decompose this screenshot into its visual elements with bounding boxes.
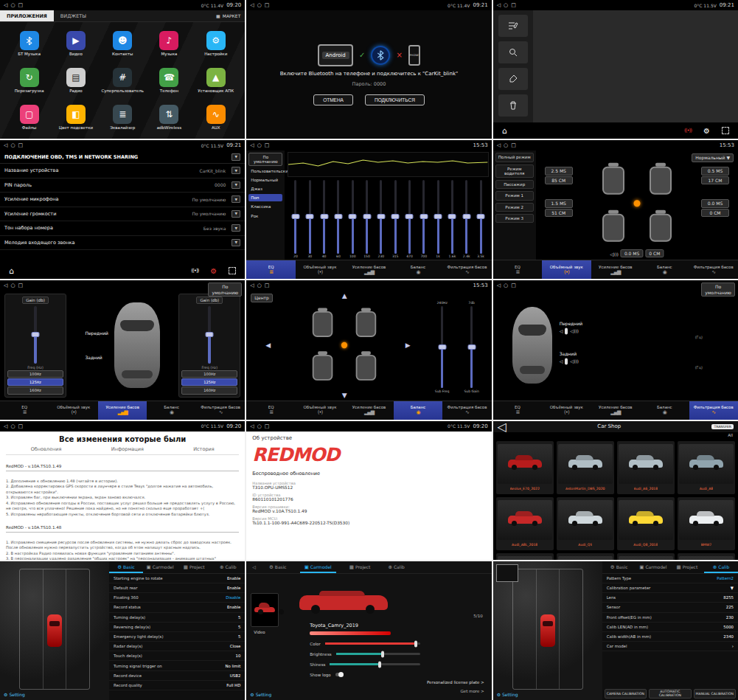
tab-project[interactable]: ▦Project (670, 561, 704, 573)
automatic-calibration-button[interactable]: AUTOMATIC CALIBRATION (649, 689, 691, 699)
app-bt-music[interactable]: БТ Музыка (6, 25, 52, 62)
recents-icon[interactable]: □ (511, 2, 516, 8)
app-settings[interactable]: ⚙Настройки (192, 25, 239, 62)
market-button[interactable]: ▦МАРКЕТ (212, 10, 245, 21)
tab-carmodel[interactable]: ▣Carmodel (636, 561, 670, 573)
car-model-3d[interactable] (295, 586, 392, 620)
tab-calib[interactable]: ⊕Calib (211, 561, 245, 573)
car-card[interactable]: Audi_Q5 (557, 497, 614, 550)
tab-calib[interactable]: ⊕Calib (704, 561, 738, 573)
default-button[interactable]: По умолчанию (701, 283, 735, 297)
setting-row[interactable]: Reversing delay(s)5 (109, 623, 245, 632)
car-card[interactable]: Aeolus_E70_2022 (496, 441, 554, 494)
listening-position-dot[interactable] (633, 201, 640, 207)
center-button[interactable]: Центр (251, 294, 273, 302)
app-video[interactable]: ▶Видео (52, 25, 99, 62)
tab-surround[interactable]: Объёмный звук(•) (296, 260, 344, 279)
car-card[interactable]: Audi_A8 (678, 441, 735, 494)
setting-row-sensor[interactable]: Sensor225 (602, 603, 738, 612)
app-equalizer[interactable]: ≣Эквалайзер (100, 99, 146, 136)
manual-calibration-button[interactable]: MANUAL CALIBRATION (694, 689, 736, 699)
app-backlight-color[interactable]: ◧Цвет подсветки (52, 99, 99, 136)
home-icon[interactable]: ⌂ (502, 126, 507, 136)
recents-icon[interactable]: □ (511, 283, 516, 288)
tab-filter[interactable]: Фильтрация басов∿ (689, 260, 738, 279)
setting-row[interactable]: Record deviceUSB2 (109, 671, 245, 681)
eq-band-slider[interactable]: 20 (289, 180, 302, 258)
car-card[interactable] (496, 553, 554, 560)
home-nav-icon[interactable]: ○ (257, 142, 262, 148)
app-music[interactable]: ♪Музыка (146, 25, 192, 62)
delete-button[interactable] (498, 94, 528, 117)
setting-row-lens[interactable]: Lens8255 (602, 593, 738, 603)
setting-row[interactable]: Default rearEnable (109, 583, 245, 593)
car-card[interactable]: AstonMartin_DBS_2020 (557, 441, 614, 494)
setting-row[interactable]: Turning delay(s)5 (109, 613, 245, 623)
setting-row-pin[interactable]: PIN пароль0000▼ (0, 179, 245, 193)
car-card[interactable]: Audi_A6_2018 (617, 441, 675, 494)
setting-row-calib-len[interactable]: Calib LEN(AD in mm)5000 (602, 623, 738, 632)
balance-position-dot[interactable] (341, 342, 347, 348)
eq-band-slider[interactable]: 230 (375, 180, 387, 258)
tab-calib[interactable]: ⊕Calib (383, 561, 408, 573)
eq-band-slider[interactable]: 150 (361, 180, 373, 258)
home-nav-icon[interactable]: ○ (10, 2, 15, 8)
setting-row-calibration-parameter[interactable]: Calibration parameter▼ (602, 583, 738, 593)
car-card[interactable]: BMW7 (678, 497, 735, 550)
mode-2[interactable]: Режим 2 (495, 203, 534, 212)
tab-carmodel[interactable]: ▣Carmodel (300, 561, 336, 573)
eq-band-slider[interactable]: 315 (389, 180, 402, 258)
fader-up-arrow[interactable]: ▲ (342, 292, 347, 299)
setting-row[interactable]: Starting engine to rotateEnable (109, 574, 245, 583)
brightness-slider[interactable] (336, 653, 421, 655)
mode-1[interactable]: Режим 1 (495, 191, 534, 200)
back-icon[interactable]: ◁ (250, 283, 254, 288)
edit-list-button[interactable] (498, 15, 528, 37)
recents-icon[interactable]: □ (265, 2, 270, 8)
delay-front-left[interactable]: 2.5 MS85 CM (545, 167, 573, 185)
setting-row[interactable]: Floating 360Disable (109, 593, 245, 603)
tab-basic[interactable]: ⚙Basic (109, 561, 143, 573)
tab-filter[interactable]: Фильтрация басов∿ (442, 401, 491, 420)
setting-row-device-name[interactable]: Название устройстваCarKit_blink▼ (0, 164, 245, 179)
screenshot-frame-icon[interactable] (722, 127, 729, 134)
mode-driver[interactable]: Режим водителя (495, 164, 534, 179)
eq-band-slider[interactable]: 60 (332, 180, 344, 258)
shiness-slider[interactable] (330, 663, 420, 665)
clean-button[interactable] (498, 68, 528, 90)
surround-preset-button[interactable]: Нормальный ▼ (692, 153, 734, 162)
wireless-update-link[interactable]: Беспроводное обновление (246, 468, 491, 479)
eq-band-slider[interactable]: 30 (304, 180, 316, 258)
home-nav-icon[interactable]: ○ (504, 283, 508, 288)
setting-row[interactable]: Record qualityFull HD (109, 681, 245, 690)
home-nav-icon[interactable]: ○ (10, 423, 15, 429)
tab-filter[interactable]: Фильтрация басов∿ (196, 401, 245, 420)
back-icon[interactable]: ◁ (498, 421, 506, 434)
recents-icon[interactable]: □ (18, 283, 24, 288)
cancel-button[interactable]: ОТМЕНА (313, 94, 353, 105)
tab-applications[interactable]: ПРИЛОЖЕНИЯ (0, 10, 54, 21)
app-aux[interactable]: ∿AUX (192, 99, 239, 136)
car-card[interactable] (678, 553, 735, 560)
tab-surround[interactable]: Объёмный звук(•) (49, 401, 97, 420)
car-card[interactable] (617, 553, 675, 560)
eq-band-slider[interactable]: 40 (318, 180, 330, 258)
tab-project[interactable]: ▦Project (177, 561, 211, 573)
tab-updates[interactable]: Обновления (31, 446, 62, 452)
recents-icon[interactable]: □ (18, 423, 24, 429)
setting-button[interactable]: ⚙Setting (250, 692, 271, 697)
tab-balance[interactable]: Баланс◉ (394, 401, 442, 420)
back-icon[interactable]: ◁ (250, 142, 254, 148)
dropdown-icon[interactable]: ▼ (232, 181, 240, 189)
show-logo-toggle[interactable] (335, 673, 344, 676)
filter-all-button[interactable]: All (728, 433, 733, 437)
tab-eq[interactable]: EQ≣ (246, 260, 295, 279)
tab-basic[interactable]: ⚙Basic (602, 561, 636, 573)
back-icon[interactable]: ◁ (4, 283, 7, 288)
connect-button[interactable]: ПОДКЛЮЧИТЬСЯ (365, 94, 425, 105)
rear-gain-slider[interactable] (208, 306, 211, 363)
camera-pip[interactable] (496, 564, 518, 582)
balance-right-arrow[interactable]: ▶ (405, 342, 411, 349)
setting-row-calib-width[interactable]: Calib width(AB in mm)2340 (602, 632, 738, 642)
setting-row-volume-gain[interactable]: Усиление громкостиПо умолчанию▼ (0, 207, 245, 222)
